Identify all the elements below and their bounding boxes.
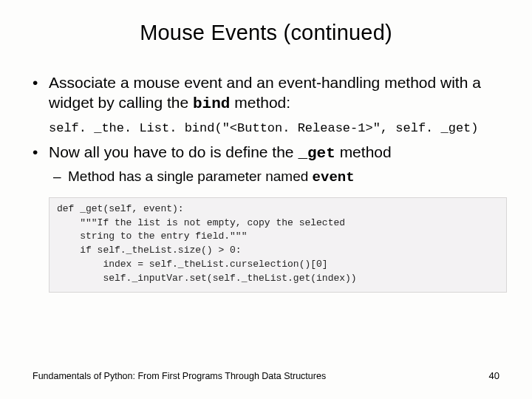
- footer-text: Fundamentals of Python: From First Progr…: [33, 371, 326, 381]
- bullet-list: Associate a mouse event and an event-han…: [33, 73, 499, 293]
- code-block: def _get(self, event): """If the list is…: [49, 197, 507, 293]
- slide-title: Mouse Events (continued): [33, 21, 499, 45]
- bullet-1-code: bind: [193, 95, 230, 112]
- bullet-2-code: _get: [298, 145, 335, 162]
- sub-bullet-1-text-pre: Method has a single parameter named: [68, 168, 313, 184]
- bullet-2-text-pre: Now all you have to do is define the: [49, 143, 298, 160]
- slide: Mouse Events (continued) Associate a mou…: [0, 0, 532, 399]
- code-snippet-1: self. _the. List. bind("<Button. Release…: [49, 120, 499, 137]
- bullet-1-text-post: method:: [230, 94, 290, 111]
- bullet-1: Associate a mouse event and an event-han…: [33, 73, 499, 115]
- bullet-2: Now all you have to do is define the _ge…: [33, 143, 499, 164]
- page-number: 40: [489, 370, 499, 381]
- bullet-2-text-post: method: [335, 143, 392, 160]
- sub-bullet-1-code: event: [313, 169, 355, 185]
- footer: Fundamentals of Python: From First Progr…: [33, 370, 499, 381]
- sub-bullet-1: Method has a single parameter named even…: [33, 168, 499, 186]
